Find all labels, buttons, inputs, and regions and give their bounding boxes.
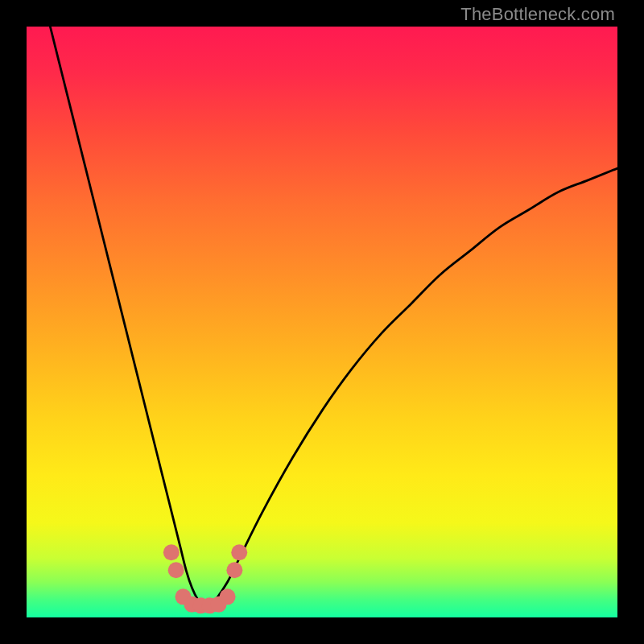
watermark-text: TheBottleneck.com [460,4,615,25]
curve-marker [226,562,242,578]
chart-area [27,27,617,617]
curve-marker [231,544,247,560]
curve-marker [168,562,184,578]
bottleneck-curve [27,27,617,617]
curve-marker [220,588,236,605]
curve-marker [163,544,180,560]
